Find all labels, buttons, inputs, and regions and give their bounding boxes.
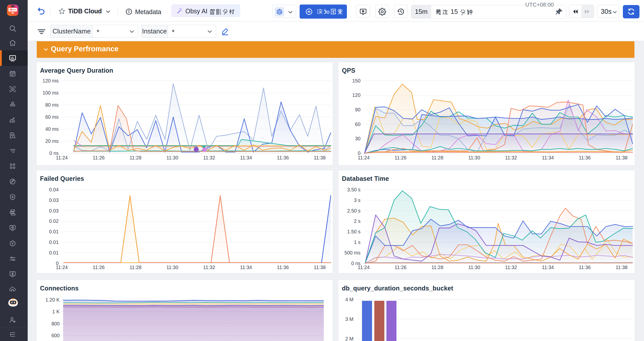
svg-text:60: 60: [355, 121, 360, 127]
svg-text:11:28: 11:28: [431, 155, 443, 160]
svg-text:1 s: 1 s: [354, 239, 360, 245]
svg-text:11:24: 11:24: [358, 265, 370, 270]
svg-text:3.50 s: 3.50 s: [347, 187, 360, 192]
svg-text:120: 120: [352, 92, 360, 98]
svg-text:2 s: 2 s: [354, 218, 360, 224]
svg-text:11:24: 11:24: [358, 155, 370, 160]
svg-text:11:26: 11:26: [395, 265, 407, 270]
svg-text:11:36: 11:36: [277, 265, 289, 270]
svg-text:1.50 s: 1.50 s: [347, 229, 360, 234]
svg-text:11:24: 11:24: [56, 265, 68, 270]
svg-text:11:30: 11:30: [166, 155, 178, 160]
svg-text:11:26: 11:26: [395, 155, 407, 160]
svg-text:0.03: 0.03: [49, 208, 59, 214]
svg-text:11:36: 11:36: [277, 155, 289, 160]
svg-text:11:30: 11:30: [166, 265, 178, 270]
svg-text:4 M: 4 M: [345, 297, 353, 302]
svg-text:60 ms: 60 ms: [45, 114, 59, 120]
svg-text:11:34: 11:34: [240, 155, 252, 160]
svg-text:11:34: 11:34: [240, 265, 252, 270]
svg-text:11:32: 11:32: [505, 155, 517, 160]
svg-text:1 K: 1 K: [52, 309, 60, 314]
svg-text:30: 30: [355, 136, 360, 141]
svg-text:11:34: 11:34: [542, 265, 554, 270]
svg-text:11:36: 11:36: [579, 265, 591, 270]
svg-text:11:38: 11:38: [314, 265, 326, 270]
svg-text:11:38: 11:38: [314, 155, 326, 160]
svg-text:2 M: 2 M: [345, 336, 353, 341]
svg-text:0.01: 0.01: [49, 239, 59, 245]
svg-text:80 ms: 80 ms: [45, 102, 59, 108]
svg-text:11:32: 11:32: [505, 265, 517, 270]
svg-text:11:26: 11:26: [93, 265, 105, 270]
svg-text:3 M: 3 M: [345, 316, 353, 322]
svg-text:11:28: 11:28: [431, 265, 443, 270]
svg-text:40 ms: 40 ms: [45, 126, 59, 132]
svg-text:800: 800: [51, 321, 60, 326]
svg-text:1.20 K: 1.20 K: [46, 297, 60, 303]
svg-text:0.01: 0.01: [49, 229, 59, 234]
svg-text:120 ms: 120 ms: [43, 78, 59, 83]
svg-text:11:24: 11:24: [56, 155, 68, 160]
svg-text:11:32: 11:32: [203, 155, 215, 160]
svg-text:11:28: 11:28: [130, 155, 141, 160]
svg-text:11:30: 11:30: [468, 155, 480, 160]
svg-text:11:38: 11:38: [616, 155, 627, 160]
svg-text:11:38: 11:38: [616, 265, 627, 270]
svg-text:11:34: 11:34: [542, 155, 554, 160]
svg-text:0.04: 0.04: [49, 187, 59, 192]
svg-text:0.03: 0.03: [49, 197, 59, 203]
svg-text:11:30: 11:30: [468, 265, 480, 270]
svg-text:2.50 s: 2.50 s: [347, 208, 360, 214]
svg-text:20 ms: 20 ms: [45, 138, 59, 144]
svg-text:600: 600: [51, 333, 60, 338]
svg-text:500 ms: 500 ms: [344, 250, 360, 255]
svg-text:11:26: 11:26: [93, 155, 105, 160]
svg-text:3 s: 3 s: [354, 197, 360, 203]
svg-text:11:36: 11:36: [579, 155, 591, 160]
svg-text:11:32: 11:32: [203, 265, 215, 270]
svg-text:0.02: 0.02: [49, 218, 59, 224]
svg-text:11:28: 11:28: [130, 265, 141, 270]
svg-text:100 ms: 100 ms: [43, 90, 59, 96]
svg-text:150: 150: [352, 78, 360, 83]
svg-text:0.01: 0.01: [49, 250, 59, 255]
svg-text:90: 90: [355, 107, 360, 112]
